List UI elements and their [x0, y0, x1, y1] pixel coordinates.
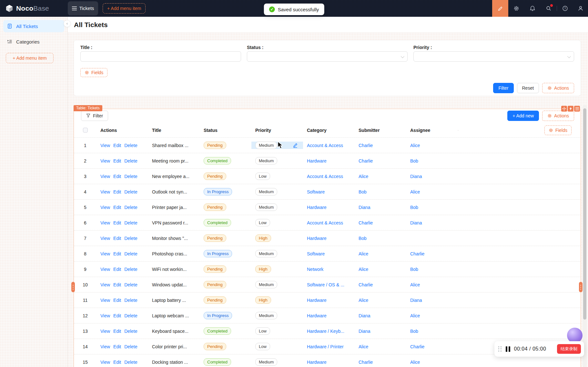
row-action-edit[interactable]: Edit: [113, 251, 121, 256]
priority-select[interactable]: [413, 51, 574, 62]
row-action-view[interactable]: View: [100, 282, 110, 287]
priority-cell[interactable]: Medium: [251, 188, 303, 195]
row-action-delete[interactable]: Delete: [124, 329, 137, 334]
floating-avatar[interactable]: [567, 328, 583, 343]
add-new-button[interactable]: + Add new: [507, 111, 539, 121]
submitter-link[interactable]: Diana: [359, 205, 370, 210]
nav-menu-tickets[interactable]: Tickets: [68, 1, 98, 15]
priority-cell[interactable]: Medium: [251, 281, 303, 288]
category-link[interactable]: Account & Access: [307, 143, 343, 148]
row-action-edit[interactable]: Edit: [113, 344, 121, 349]
row-action-delete[interactable]: Delete: [124, 143, 137, 148]
category-link[interactable]: Hardware / Printer: [307, 344, 344, 349]
row-action-delete[interactable]: Delete: [124, 282, 137, 287]
submitter-link[interactable]: Charlie: [359, 143, 373, 148]
category-link[interactable]: Software / OS & ...: [307, 282, 344, 287]
submitter-link[interactable]: Charlie: [359, 360, 373, 365]
notifications-button[interactable]: [524, 0, 541, 17]
row-action-view[interactable]: View: [100, 344, 110, 349]
nav-add-menu-item-button[interactable]: + Add menu item: [103, 3, 146, 14]
row-action-view[interactable]: View: [100, 329, 110, 334]
assignee-link[interactable]: Alice: [410, 360, 420, 365]
priority-cell[interactable]: High: [251, 234, 303, 242]
assignee-link[interactable]: Alice: [410, 189, 420, 194]
row-action-view[interactable]: View: [100, 236, 110, 241]
sidebar-collapse-button[interactable]: ‹: [64, 20, 71, 27]
row-action-delete[interactable]: Delete: [124, 220, 137, 225]
row-action-view[interactable]: View: [100, 205, 110, 210]
assignee-link[interactable]: Alice: [410, 282, 420, 287]
row-action-view[interactable]: View: [100, 143, 110, 148]
assignee-link[interactable]: Charlie: [410, 344, 424, 349]
row-action-delete[interactable]: Delete: [124, 158, 137, 164]
row-action-edit[interactable]: Edit: [113, 267, 121, 272]
table-actions-button[interactable]: Actions: [542, 111, 574, 121]
assignee-link[interactable]: Diana: [410, 174, 422, 179]
form-actions-button[interactable]: Actions: [542, 83, 574, 93]
block-resize-handle-right[interactable]: [579, 282, 583, 292]
category-link[interactable]: Hardware: [307, 236, 327, 241]
user-button[interactable]: [573, 0, 588, 17]
select-all-checkbox[interactable]: [83, 128, 88, 133]
priority-cell[interactable]: High: [251, 296, 303, 304]
assignee-link[interactable]: Diana: [410, 220, 422, 225]
status-select[interactable]: [247, 51, 408, 62]
row-action-edit[interactable]: Edit: [113, 282, 121, 287]
row-action-edit[interactable]: Edit: [113, 236, 121, 241]
menu-icon[interactable]: [574, 106, 580, 112]
category-link[interactable]: Hardware: [307, 158, 327, 164]
submitter-link[interactable]: Bob: [359, 189, 367, 194]
category-link[interactable]: Network: [307, 267, 323, 272]
row-action-view[interactable]: View: [100, 267, 110, 272]
row-action-delete[interactable]: Delete: [124, 236, 137, 241]
row-action-edit[interactable]: Edit: [113, 205, 121, 210]
row-action-edit[interactable]: Edit: [113, 329, 121, 334]
help-button[interactable]: ?: [557, 0, 573, 17]
edit-pencil-icon[interactable]: [293, 143, 298, 148]
submitter-link[interactable]: Alice: [359, 174, 368, 179]
row-action-edit[interactable]: Edit: [113, 313, 121, 318]
row-action-delete[interactable]: Delete: [124, 313, 137, 318]
priority-cell[interactable]: Low: [251, 219, 303, 226]
assignee-link[interactable]: Charlie: [410, 251, 424, 256]
priority-cell[interactable]: Low: [251, 173, 303, 180]
row-action-edit[interactable]: Edit: [113, 174, 121, 179]
submitter-link[interactable]: Diana: [359, 313, 370, 318]
assignee-link[interactable]: Bob: [410, 158, 418, 164]
row-action-delete[interactable]: Delete: [124, 189, 137, 194]
drag-handle-icon[interactable]: [498, 346, 502, 352]
filter-submit-button[interactable]: Filter: [493, 83, 513, 93]
category-link[interactable]: Hardware: [307, 298, 327, 303]
priority-cell[interactable]: Medium: [251, 203, 303, 211]
assignee-link[interactable]: Bob: [410, 329, 418, 334]
settings-button[interactable]: [508, 0, 524, 17]
priority-cell[interactable]: Medium: [251, 358, 303, 366]
assignee-link[interactable]: Bob: [410, 205, 418, 210]
reset-button[interactable]: Reset: [517, 83, 539, 93]
priority-cell[interactable]: High: [251, 265, 303, 273]
category-link[interactable]: Hardware: [307, 313, 327, 318]
row-action-view[interactable]: View: [100, 189, 110, 194]
pause-button[interactable]: [506, 346, 510, 352]
priority-cell[interactable]: Medium: [251, 157, 303, 164]
row-action-view[interactable]: View: [100, 313, 110, 318]
row-action-delete[interactable]: Delete: [124, 205, 137, 210]
row-action-view[interactable]: View: [100, 360, 110, 365]
lightning-icon[interactable]: [568, 106, 573, 112]
row-action-view[interactable]: View: [100, 174, 110, 179]
submitter-link[interactable]: Alice: [359, 251, 368, 256]
table-filter-button[interactable]: Filter: [81, 111, 108, 121]
assignee-link[interactable]: Alice: [410, 313, 420, 318]
row-action-delete[interactable]: Delete: [124, 174, 137, 179]
row-action-delete[interactable]: Delete: [124, 298, 137, 303]
row-action-view[interactable]: View: [100, 220, 110, 225]
category-link[interactable]: Software: [307, 189, 325, 194]
priority-cell[interactable]: Low: [251, 327, 303, 335]
sidebar-item-categories[interactable]: Categories: [3, 35, 64, 48]
submitter-link[interactable]: Charlie: [359, 282, 373, 287]
assignee-link[interactable]: Diana: [410, 298, 422, 303]
submitter-link[interactable]: Diana: [359, 329, 370, 334]
submitter-link[interactable]: Charlie: [359, 158, 373, 164]
row-action-delete[interactable]: Delete: [124, 251, 137, 256]
ui-editor-toggle-button[interactable]: [492, 0, 508, 17]
